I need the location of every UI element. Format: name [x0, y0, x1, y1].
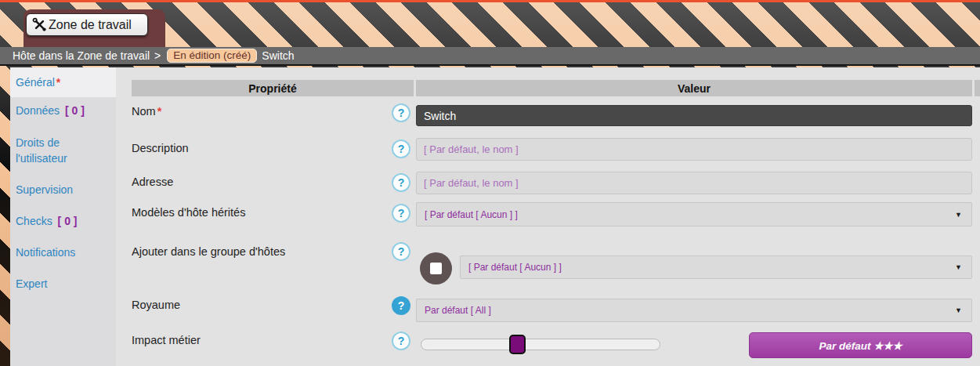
chevron-down-icon: ▼ — [955, 263, 962, 271]
select-value: [ Par défaut [ Aucun ] ] — [468, 262, 562, 273]
impact-slider-track[interactable] — [421, 339, 660, 350]
impact-default-button[interactable]: Par défaut ★★★ — [749, 332, 972, 358]
value-column-header: Valeur — [416, 80, 972, 96]
breadcrumb-separator: > — [154, 49, 161, 62]
help-icon-impact[interactable]: ? — [392, 332, 410, 350]
form-label-groupe: Ajouter dans le groupe d'hôtes — [132, 245, 285, 258]
workspace-tab-label: Zone de travail — [49, 18, 132, 32]
impact-slider-handle[interactable] — [509, 335, 526, 354]
required-asterisk: * — [157, 105, 162, 118]
main-content: Général * Données [ 0 ] Droits de l'util… — [10, 67, 980, 366]
sidebar-item-supervision[interactable]: Supervision — [16, 182, 111, 197]
workspace-tab[interactable]: Zone de travail — [24, 9, 165, 47]
form-label-adresse: Adresse — [132, 176, 173, 188]
sidebar-item-general[interactable]: Général * — [10, 67, 116, 97]
status-badge: En édition (créé) — [167, 49, 257, 63]
breadcrumb: Hôte dans la Zone de travail > En éditio… — [0, 47, 980, 66]
help-icon-description[interactable]: ? — [392, 140, 410, 158]
sidebar-item-label: Général — [16, 76, 55, 89]
header-edge-cell — [975, 80, 980, 96]
groupe-select[interactable]: [ Par défaut [ Aucun ] ] ▼ — [460, 255, 972, 279]
app-window: Zone de travail Hôte dans la Zone de tra… — [0, 0, 980, 366]
sidebar-item-expert[interactable]: Expert — [16, 276, 111, 292]
sidebar-item-donnees[interactable]: Données [ 0 ] — [16, 103, 111, 118]
required-asterisk: * — [56, 76, 60, 89]
tools-icon — [32, 17, 47, 32]
sidebar-item-label: Expert — [16, 277, 47, 290]
sidebar-item-notifications[interactable]: Notifications — [16, 245, 111, 260]
breadcrumb-path-link[interactable]: Hôte dans la Zone de travail — [13, 49, 150, 62]
sidebar-item-checks[interactable]: Checks [ 0 ] — [16, 213, 111, 229]
square-icon — [430, 263, 442, 274]
count-badge: [ 0 ] — [58, 215, 78, 227]
add-hostgroup-button[interactable] — [420, 252, 452, 284]
form-label-royaume: Royaume — [132, 299, 180, 311]
breadcrumb-current-item: Switch — [262, 49, 294, 62]
select-value: Par défaut [ All ] — [425, 305, 491, 316]
description-input[interactable] — [416, 138, 972, 161]
help-icon-adresse[interactable]: ? — [392, 173, 410, 192]
chevron-down-icon: ▼ — [955, 211, 962, 219]
help-icon-nom[interactable]: ? — [392, 103, 410, 122]
select-value: [ Par défaut [ Aucun ] ] — [425, 209, 518, 220]
form-label-description: Description — [132, 142, 189, 154]
help-icon-groupe[interactable]: ? — [392, 242, 410, 261]
sidebar-item-droits[interactable]: Droits de l'utilisateur — [16, 135, 111, 166]
sidebar-item-label: Checks — [16, 215, 52, 227]
adresse-input[interactable] — [416, 172, 972, 194]
form-label-nom: Nom* — [132, 105, 161, 118]
chevron-down-icon: ▼ — [955, 306, 962, 314]
form-label-modeles: Modèles d'hôte hérités — [132, 206, 245, 219]
sidebar-item-label: Données — [16, 104, 60, 117]
nom-input[interactable] — [416, 105, 972, 126]
label-text: Nom — [132, 105, 156, 118]
count-badge: [ 0 ] — [65, 104, 85, 117]
form-label-impact: Impact métier — [132, 334, 201, 346]
modeles-select[interactable]: [ Par défaut [ Aucun ] ] ▼ — [416, 202, 972, 226]
help-icon-royaume[interactable]: ? — [392, 296, 410, 315]
workspace-tab-button[interactable]: Zone de travail — [26, 13, 148, 36]
sidebar: Général * Données [ 0 ] Droits de l'util… — [10, 67, 116, 366]
top-accent-line — [0, 0, 980, 2]
royaume-select[interactable]: Par défaut [ All ] ▼ — [416, 299, 972, 322]
sidebar-item-label: Supervision — [16, 183, 73, 196]
property-column-header: Propriété — [132, 80, 414, 96]
sidebar-item-label: Notifications — [16, 246, 75, 259]
sidebar-item-label: Droits de l'utilisateur — [16, 136, 67, 165]
help-icon-modeles[interactable]: ? — [392, 204, 410, 223]
